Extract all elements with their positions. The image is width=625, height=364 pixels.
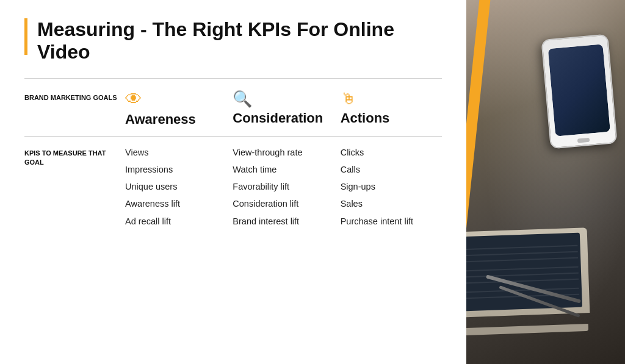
kpis-row: KPIs TO MEASURE THAT GOAL Views Impressi… — [24, 146, 442, 227]
list-item: Awareness lift — [125, 198, 220, 210]
awareness-header: 👁 Awareness — [125, 91, 220, 127]
screen-line — [466, 257, 578, 263]
screen-line — [466, 273, 579, 278]
list-item: Favorability lift — [233, 180, 328, 193]
list-item: Sign-ups — [341, 180, 436, 193]
consideration-header: 🔍 Consideration — [233, 91, 328, 126]
photo-background — [466, 0, 625, 364]
actions-kpi-list: Clicks Calls Sign-ups Sales Purchase int… — [334, 146, 442, 227]
list-item: Watch time — [233, 163, 328, 176]
screen-line — [466, 279, 579, 284]
section-divider — [24, 136, 442, 137]
list-item: Sales — [341, 198, 436, 210]
actions-icon: 🖰 — [341, 91, 356, 107]
list-item: Calls — [341, 163, 436, 176]
content-area: Measuring - The Right KPIs For Online Vi… — [0, 0, 466, 364]
list-item: Views — [125, 146, 220, 159]
awareness-title: Awareness — [125, 112, 196, 127]
title-accent-bar — [24, 18, 27, 55]
list-item: Consideration lift — [233, 198, 328, 210]
awareness-kpi-list: Views Impressions Unique users Awareness… — [119, 146, 226, 227]
consideration-icon: 🔍 — [233, 91, 252, 107]
awareness-column-header: 👁 Awareness — [119, 91, 226, 127]
screen-line — [466, 288, 579, 293]
list-item: Purchase intent lift — [341, 215, 436, 227]
actions-column-header: 🖰 Actions — [334, 91, 442, 127]
page-title: Measuring - The Right KPIs For Online Vi… — [37, 18, 442, 63]
list-item: Unique users — [125, 180, 220, 193]
consideration-kpi-list: View-through rate Watch time Favorabilit… — [226, 146, 334, 227]
phone-home-button — [577, 138, 590, 143]
phone-screen-content — [548, 44, 610, 136]
screen-line — [466, 251, 578, 257]
goals-columns: 👁 Awareness 🔍 Consideration 🖰 Actions — [119, 91, 442, 127]
title-section: Measuring - The Right KPIs For Online Vi… — [24, 18, 442, 63]
screen-line — [466, 266, 579, 272]
consideration-title: Consideration — [233, 110, 323, 126]
list-item: Impressions — [125, 163, 220, 176]
consideration-column-header: 🔍 Consideration — [226, 91, 334, 127]
photo-section — [466, 0, 625, 364]
list-item: Brand interest lift — [233, 215, 328, 227]
actions-title: Actions — [341, 110, 390, 126]
awareness-icon: 👁 — [125, 91, 142, 108]
list-item: Ad recall lift — [125, 215, 220, 227]
phone-screen — [548, 44, 610, 136]
actions-header: 🖰 Actions — [341, 91, 436, 126]
title-divider — [24, 78, 442, 79]
laptop-illustration — [466, 227, 590, 318]
goals-row: BRAND MARKETING GOALS 👁 Awareness 🔍 Cons… — [24, 91, 442, 127]
list-item: View-through rate — [233, 146, 328, 159]
brand-marketing-goals-label: BRAND MARKETING GOALS — [24, 91, 119, 102]
screen-line — [466, 245, 578, 251]
phone-illustration — [541, 34, 617, 149]
page-container: Measuring - The Right KPIs For Online Vi… — [0, 0, 625, 364]
kpis-label: KPIs TO MEASURE THAT GOAL — [24, 146, 119, 168]
list-item: Clicks — [341, 146, 436, 159]
